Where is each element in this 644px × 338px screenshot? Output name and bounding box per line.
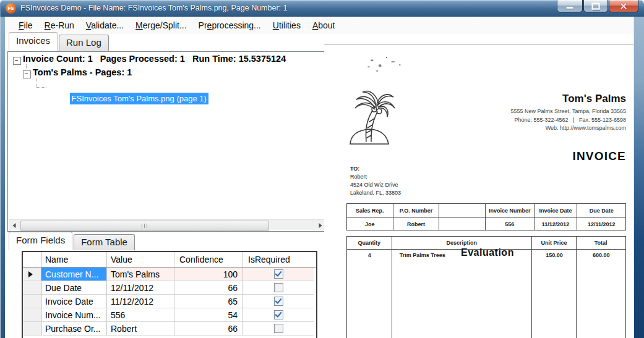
left-arrow-icon	[12, 223, 15, 228]
minimize-button[interactable]	[557, 0, 583, 12]
invoice-title: INVOICE	[572, 150, 626, 163]
cell-isrequired[interactable]	[243, 295, 314, 308]
menu-preprocessing[interactable]: Preprocessing...	[197, 19, 262, 32]
info-value-blank	[439, 218, 486, 230]
cell-isrequired[interactable]	[243, 281, 314, 295]
info-header-po-number: P.O. Number	[393, 204, 440, 218]
item-quantity: 4	[347, 250, 392, 260]
title-bar[interactable]: FS FSInvoices Demo - File Name: FSInvoic…	[0, 0, 644, 17]
cell-isrequired[interactable]	[243, 322, 314, 336]
scrollbar-thumb[interactable]	[20, 221, 269, 231]
app-logo-icon: FS	[6, 3, 16, 14]
column-header-name[interactable]: Name	[41, 252, 107, 267]
cell-value[interactable]: 11/12/2012	[107, 295, 174, 308]
item-unit-price: 150.00	[532, 250, 577, 260]
cell-value[interactable]: Robert	[107, 322, 174, 336]
cell-confidence[interactable]: 66	[174, 322, 243, 336]
to-name: Robert	[350, 173, 401, 181]
row-header-cell[interactable]	[23, 268, 41, 281]
row-header-cell[interactable]	[23, 295, 41, 308]
items-header-unit-price: Unit Price	[532, 237, 577, 249]
company-address: 5555 New Palms Street, Tampa, Florida 33…	[511, 108, 626, 116]
main-tab-strip: Invoices Run Log	[9, 34, 110, 51]
isrequired-checkbox[interactable]	[274, 297, 283, 306]
minimize-icon	[567, 7, 573, 9]
tree-node-summary[interactable]: Invoice Count: 1 Pages Processed: 1 Run …	[23, 54, 286, 64]
expander-group-icon[interactable]	[23, 70, 31, 78]
row-header-cell[interactable]	[23, 322, 41, 336]
cell-isrequired[interactable]	[243, 268, 314, 281]
bill-to-block: TO: Robert 4524 Old Wiz Drive Lakeland, …	[350, 165, 401, 197]
field-tab-strip: Form Fields Form Table	[9, 234, 136, 250]
items-header-quantity: Quantity	[347, 237, 392, 249]
tree-node-page[interactable]: FSInvoices Tom's Palms.png (page 1)	[48, 82, 208, 115]
menu-bar: File Re-Run Validate... Merge/Split... P…	[5, 17, 633, 34]
table-row: Invoice Date 11/12/2012 65	[23, 295, 316, 308]
tab-form-fields[interactable]: Form Fields	[9, 232, 72, 250]
menu-validate[interactable]: Validate...	[85, 19, 125, 32]
info-header-due-date: Due Date	[577, 204, 625, 218]
close-icon	[620, 2, 627, 10]
to-label: TO:	[350, 165, 401, 173]
tree-connector	[36, 87, 46, 88]
cell-name[interactable]: Customer N...	[41, 268, 107, 281]
column-header-confidence[interactable]: Confidence	[174, 252, 243, 267]
row-header-cell[interactable]	[23, 281, 41, 295]
tree-connector	[26, 64, 27, 69]
close-button[interactable]	[609, 0, 638, 12]
cell-name[interactable]: Due Date	[41, 281, 107, 295]
tree-connector	[36, 78, 36, 87]
menu-about[interactable]: About	[311, 19, 337, 32]
isrequired-checkbox[interactable]	[274, 269, 283, 279]
isrequired-checkbox[interactable]	[274, 324, 283, 333]
maximize-icon	[592, 2, 600, 9]
column-header-value[interactable]: Value	[107, 252, 174, 267]
cell-confidence[interactable]: 65	[174, 295, 243, 308]
column-header-isrequired[interactable]: IsRequired	[243, 252, 314, 267]
tree-node-page-label[interactable]: FSInvoices Tom's Palms.png (page 1)	[70, 93, 208, 104]
cell-name[interactable]: Invoice Date	[41, 295, 107, 308]
info-value-row: Joe Robert 556 11/12/2012 12/11/2012	[347, 218, 625, 230]
palm-tree-logo-icon	[345, 82, 397, 146]
scrollbar-grip-icon	[142, 224, 148, 228]
cell-value[interactable]: 12/11/2012	[107, 281, 174, 295]
maximize-button[interactable]	[583, 0, 608, 12]
tree-node-group[interactable]: Tom's Palms - Pages: 1	[33, 67, 132, 77]
tree-horizontal-scrollbar[interactable]	[9, 219, 325, 230]
expander-root-icon[interactable]	[13, 57, 21, 65]
window-controls	[556, 0, 638, 12]
app-window: FS FSInvoices Demo - File Name: FSInvoic…	[0, 0, 644, 338]
company-name: Tom's Palms	[511, 93, 626, 105]
cell-value[interactable]: 556	[107, 308, 174, 322]
to-city: Lakeland, FL, 33803	[350, 189, 401, 197]
form-fields-grid: Name Value Confidence IsRequired Custome…	[22, 251, 317, 338]
tab-run-log[interactable]: Run Log	[59, 35, 109, 51]
menu-utilities[interactable]: Utilities	[272, 19, 302, 32]
table-row: Purchase Or... Robert 66	[23, 322, 316, 336]
cell-name[interactable]: Invoice Num...	[41, 308, 107, 322]
cell-value[interactable]: Tom's Palms	[107, 268, 174, 281]
grid-header-row: Name Value Confidence IsRequired	[23, 252, 316, 268]
menu-file[interactable]: File	[17, 19, 34, 32]
invoice-page: Tom's Palms 5555 New Palms Street, Tampa…	[324, 44, 633, 338]
cell-name[interactable]: Purchase Or...	[41, 322, 107, 336]
scroll-left-arrow[interactable]	[9, 220, 19, 230]
cell-confidence[interactable]: 66	[174, 281, 243, 295]
invoice-preview-panel[interactable]: Tom's Palms 5555 New Palms Street, Tampa…	[324, 34, 633, 338]
company-block: Tom's Palms 5555 New Palms Street, Tampa…	[511, 93, 626, 133]
cell-isrequired[interactable]	[243, 308, 314, 322]
row-header-cell[interactable]	[23, 308, 41, 322]
window-border-right	[633, 17, 644, 338]
invoice-items-table: Quantity Description Unit Price Total 4 …	[346, 236, 626, 338]
menu-merge-split[interactable]: Merge/Split...	[134, 19, 188, 32]
isrequired-checkbox[interactable]	[274, 283, 283, 292]
info-header-invoice-date: Invoice Date	[535, 204, 578, 218]
cell-confidence[interactable]: 100	[174, 268, 243, 281]
info-value-invoice-number: 556	[486, 218, 535, 230]
invoice-info-table: Sales Rep. P.O. Number Invoice Number In…	[346, 203, 626, 230]
menu-rerun[interactable]: Re-Run	[43, 19, 75, 32]
tab-form-table[interactable]: Form Table	[74, 234, 135, 250]
cell-confidence[interactable]: 54	[174, 308, 243, 322]
tab-invoices[interactable]: Invoices	[9, 32, 58, 51]
isrequired-checkbox[interactable]	[274, 310, 283, 319]
